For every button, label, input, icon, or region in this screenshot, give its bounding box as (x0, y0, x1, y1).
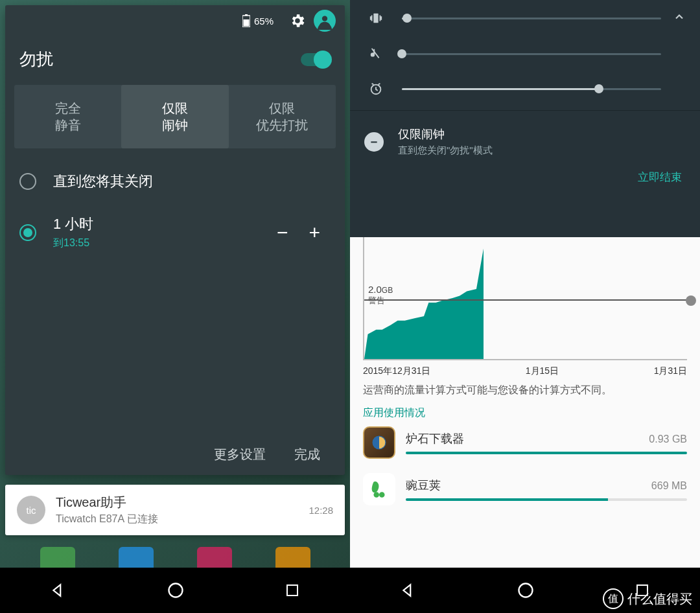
svg-rect-6 (373, 14, 378, 23)
dnd-mode-segmented: 完全 静音 仅限 闹钟 仅限 优先打扰 (14, 85, 336, 148)
media-mute-icon[interactable] (364, 47, 388, 61)
app-size-label: 669 MB (651, 480, 687, 492)
profile-avatar-icon[interactable] (314, 10, 336, 32)
android-navbar (0, 568, 350, 613)
seg-total-silence[interactable]: 完全 静音 (14, 85, 121, 148)
collapse-icon[interactable] (673, 10, 686, 26)
app-icon (363, 426, 395, 459)
dnd-settings-panel: 65% 勿扰 完全 静音 仅限 闹钟 仅限 优先打扰 直到您 (5, 5, 345, 475)
increase-button[interactable]: + (298, 222, 331, 244)
app-size-label: 0.93 GB (649, 434, 687, 445)
battery-indicator: 65% (242, 14, 274, 27)
seg-priority-only[interactable]: 仅限 优先打扰 (229, 85, 336, 148)
nav-back-icon[interactable] (50, 582, 67, 599)
alarm-volume-slider[interactable] (402, 88, 661, 90)
svg-point-12 (379, 492, 385, 498)
dnd-minus-icon (364, 132, 384, 152)
notification-subtitle: Ticwatch E87A 已连接 (56, 513, 309, 526)
warning-handle[interactable] (686, 295, 696, 306)
more-settings-button[interactable]: 更多设置 (200, 439, 280, 470)
home-dock (0, 530, 350, 569)
vibrate-icon[interactable] (364, 11, 388, 25)
option-until-off[interactable]: 直到您将其关闭 (5, 160, 345, 203)
watermark-badge-icon: 值 (603, 588, 624, 609)
seg-alarms-only[interactable]: 仅限 闹钟 (121, 85, 228, 148)
app-name-label: 炉石下载器 (406, 431, 464, 446)
app-usage-heading: 应用使用情况 (363, 406, 687, 420)
settings-icon[interactable] (285, 8, 310, 33)
app-icon (363, 473, 395, 505)
svg-rect-1 (245, 14, 248, 16)
dnd-toggle[interactable] (301, 53, 331, 66)
option-hour-sub: 到13:55 (53, 237, 266, 250)
battery-pct: 65% (254, 16, 274, 27)
warning-label: 2.0GB 警告 (368, 284, 393, 306)
end-now-button[interactable]: 立即结束 (350, 161, 700, 196)
dnd-mode-title: 仅限闹钟 (398, 126, 493, 142)
nav-home-icon[interactable] (517, 581, 535, 599)
data-usage-chart[interactable]: 2.0GB 警告 (363, 237, 687, 360)
dnd-mode-sub: 直到您关闭"勿扰"模式 (398, 145, 493, 157)
ring-volume-slider[interactable] (402, 17, 661, 19)
notification-title: Ticwear助手 (56, 494, 309, 511)
app-usage-row[interactable]: 炉石下载器 0.93 GB (363, 426, 687, 459)
svg-point-4 (169, 584, 183, 597)
app-usage-row[interactable]: 豌豆荚 669 MB (363, 473, 687, 505)
dnd-title: 勿扰 (19, 48, 53, 71)
alarm-icon[interactable] (364, 82, 388, 96)
svg-point-11 (374, 492, 380, 498)
svg-point-13 (519, 584, 533, 597)
notification-app-icon: tic (17, 496, 45, 524)
data-usage-section: 2.0GB 警告 2015年12月31日 1月15日 1月31日 运营商的流量计… (350, 237, 700, 568)
radio-icon (19, 173, 36, 190)
svg-rect-2 (243, 19, 249, 27)
media-volume-slider[interactable] (402, 53, 661, 55)
watermark-text: 什么值得买 (627, 590, 692, 608)
app-name-label: 豌豆荚 (406, 478, 441, 493)
svg-rect-9 (371, 141, 377, 143)
radio-icon (19, 224, 36, 241)
svg-point-3 (322, 16, 327, 21)
volume-panel: 仅限闹钟 直到您关闭"勿扰"模式 立即结束 (350, 0, 700, 237)
carrier-disclaimer: 运营商的流量计算方式可能与您设备的计算方式不同。 (363, 384, 687, 397)
nav-back-icon[interactable] (400, 582, 417, 599)
notification-time: 12:28 (309, 505, 333, 516)
nav-recents-icon[interactable] (285, 583, 300, 598)
chart-axis-labels: 2015年12月31日 1月15日 1月31日 (363, 365, 687, 377)
option-hour-label: 1 小时 (53, 214, 266, 234)
option-until-off-label: 直到您将其关闭 (53, 172, 331, 191)
watermark: 值 什么值得买 (599, 584, 700, 613)
svg-rect-5 (287, 585, 298, 596)
decrease-button[interactable]: − (266, 222, 299, 244)
option-one-hour[interactable]: 1 小时 到13:55 − + (5, 203, 345, 262)
dnd-status-row[interactable]: 仅限闹钟 直到您关闭"勿扰"模式 (350, 115, 700, 161)
done-button[interactable]: 完成 (280, 439, 334, 470)
status-bar: 65% (5, 5, 345, 36)
nav-home-icon[interactable] (167, 581, 185, 599)
notification-card[interactable]: tic Ticwear助手 Ticwatch E87A 已连接 12:28 (5, 485, 345, 535)
